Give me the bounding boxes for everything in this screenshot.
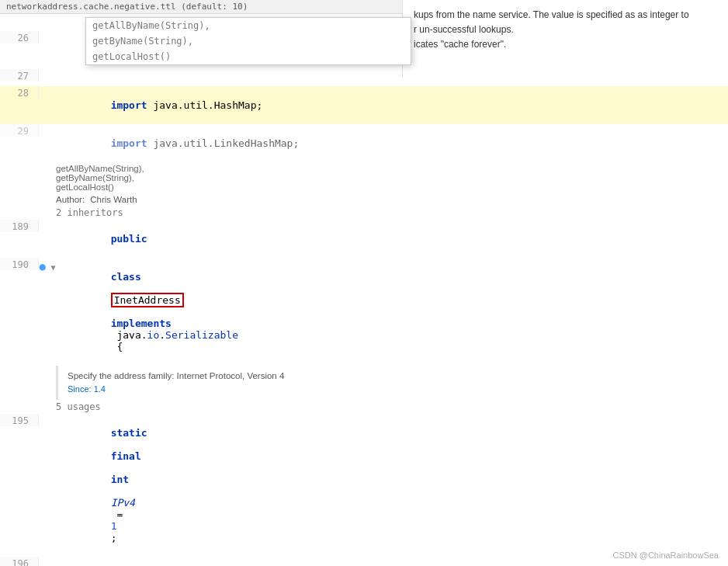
- code-line-28: 28 import java.util.HashMap;: [0, 86, 728, 124]
- code-line-190: 190 ● ▼ class InetAddress implements jav…: [0, 258, 728, 366]
- line-gutter-190: ● ▼: [39, 258, 56, 273]
- usages-ipv4-line: 5 usages: [56, 400, 728, 414]
- line-num-196: 196: [0, 557, 39, 566]
- author-label: Author:: [56, 195, 85, 204]
- line-num-189: 189: [0, 220, 39, 232]
- doc-text-3: icates "cache forever".: [414, 37, 717, 52]
- line-gutter-189: [39, 220, 56, 222]
- line-content-189: public: [56, 220, 728, 258]
- watermark-text: CSDN @ChinaRainbowSea: [612, 550, 719, 560]
- watermark: CSDN @ChinaRainbowSea: [612, 550, 719, 560]
- method-getallbyname: getAllByName(String),: [56, 164, 728, 173]
- line-content-195: static final int IPv4 = 1 ;: [56, 414, 728, 557]
- method-list: getAllByName(String), getByName(String),…: [56, 162, 728, 193]
- doc-panel-top: kups from the name service. The value is…: [402, 0, 728, 78]
- gutter-arrow-icon: ▼: [51, 263, 56, 272]
- inheritors-line: 2 inheritors: [56, 206, 728, 220]
- line-num-190: 190: [0, 258, 39, 270]
- autocomplete-popup[interactable]: getAllByName(String), getByName(String),…: [85, 17, 411, 65]
- code-line-29: 29 import java.util.LinkedHashMap;: [0, 124, 728, 162]
- line-num-28: 28: [0, 86, 39, 99]
- line-content-28: import java.util.HashMap;: [56, 86, 728, 124]
- code-line-195: 195 static final int IPv4 = 1 ;: [0, 414, 728, 557]
- line-content-190: class InetAddress implements java.io.Ser…: [56, 258, 728, 366]
- line-gutter-26: [39, 31, 56, 33]
- line-content-29: import java.util.LinkedHashMap;: [56, 124, 728, 162]
- doc-text-2: r un-successful lookups.: [414, 23, 717, 37]
- doc-ipv4-since: Since: 1.4: [68, 383, 722, 397]
- autocomplete-item-1[interactable]: getByName(String),: [86, 33, 411, 49]
- line-num-195: 195: [0, 414, 39, 426]
- doc-text-1: kups from the name service. The value is…: [414, 8, 717, 23]
- line-gutter-27: [39, 69, 56, 71]
- line-gutter-29: [39, 124, 56, 127]
- code-area: 25 26 package java.net; 27 28 import jav…: [0, 14, 728, 566]
- line-num-26: 26: [0, 31, 39, 43]
- line-gutter-28: [39, 86, 56, 89]
- autocomplete-item-2[interactable]: getLocalHost(): [86, 49, 411, 64]
- method-getlocalhost: getLocalHost(): [56, 182, 728, 192]
- tooltip-bar-text: networkaddress.cache.negative.ttl (defau…: [6, 2, 248, 12]
- inline-doc-ipv4: Specify the address family: Internet Pro…: [56, 366, 728, 400]
- author-line: Author: Chris Warth: [56, 193, 728, 206]
- line-gutter-195: [39, 414, 56, 416]
- line-gutter-196: [39, 557, 56, 559]
- inetaddress-redbox: InetAddress: [111, 293, 184, 307]
- method-getbyname: getByName(String),: [56, 173, 728, 182]
- gutter-circle-icon: ●: [39, 260, 45, 273]
- line-num-27: 27: [0, 69, 39, 82]
- inheritors-text: 2 inheritors: [56, 207, 123, 218]
- code-line-189: 189 public: [0, 220, 728, 258]
- author-name: Chris Warth: [90, 195, 137, 204]
- line-num-29: 29: [0, 124, 39, 137]
- usages-ipv4-text: 5 usages: [56, 401, 101, 412]
- autocomplete-item-0[interactable]: getAllByName(String),: [86, 18, 411, 33]
- doc-ipv4-text: Specify the address family: Internet Pro…: [68, 369, 722, 383]
- editor-container: networkaddress.cache.negative.ttl (defau…: [0, 0, 728, 566]
